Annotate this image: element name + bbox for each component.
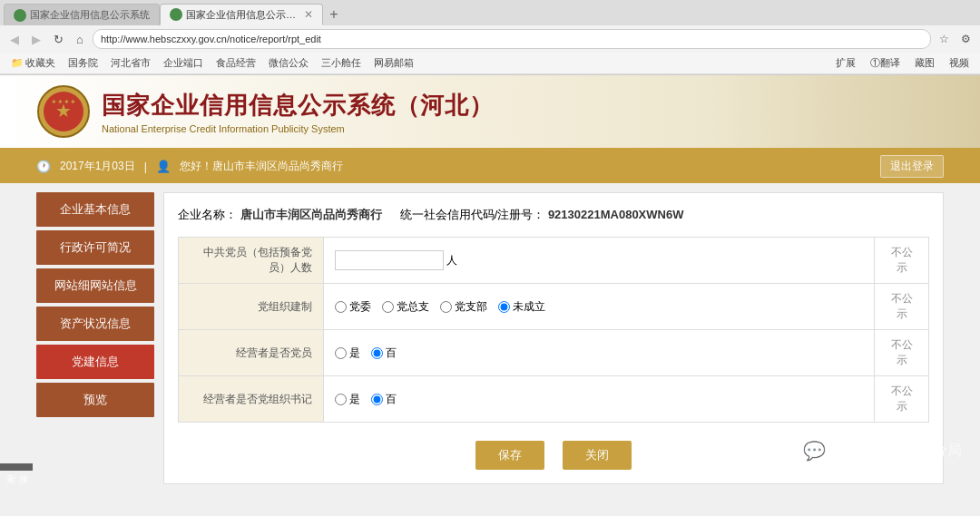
- address-bar: ◀ ▶ ↻ ⌂ ☆ ⚙: [0, 25, 980, 53]
- row2-radio-cell: 党委 党总支 党支部: [324, 284, 875, 330]
- bookmark-3[interactable]: 企业端口: [158, 55, 209, 71]
- extra-btn[interactable]: 视频: [944, 55, 975, 71]
- browser-icons: ☆ ⚙: [935, 30, 975, 48]
- radio-is-sec-no[interactable]: 百: [371, 392, 397, 407]
- row2-privacy: 不公示: [875, 284, 929, 330]
- clock-icon: 🕐: [36, 160, 51, 173]
- member-count-input[interactable]: [335, 250, 444, 270]
- bookmark-6[interactable]: 三小舱任: [316, 55, 367, 71]
- translate-btn[interactable]: ①翻译: [865, 55, 906, 71]
- radio-dangzhibu[interactable]: 党支部: [440, 299, 487, 315]
- radio-dangwei-label: 党委: [349, 299, 371, 315]
- back-button[interactable]: ◀: [5, 30, 24, 48]
- tab-2-close[interactable]: ✕: [304, 8, 313, 21]
- bookmark-2[interactable]: 河北省市: [105, 55, 156, 71]
- greeting-text: 您好！唐山市丰润区尚品尚秀商行: [180, 159, 343, 174]
- logout-button[interactable]: 退出登录: [880, 155, 944, 178]
- save-button[interactable]: 保存: [475, 441, 544, 470]
- bookmark-favorites[interactable]: 📁 收藏夹: [5, 55, 61, 71]
- tab-2[interactable]: 国家企业信用信息公示系统 ✕: [160, 4, 323, 25]
- header-text: 国家企业信用信息公示系统（河北） National Enterprise Cre…: [102, 90, 494, 134]
- close-button[interactable]: 关闭: [563, 441, 632, 470]
- home-button[interactable]: ⌂: [71, 30, 89, 48]
- separator: |: [144, 161, 147, 173]
- radio-is-sec-no-label: 百: [386, 392, 397, 407]
- tab-1-favicon: [14, 9, 26, 22]
- radio-is-sec-yes-input[interactable]: [335, 394, 347, 405]
- tab-2-title: 国家企业信用信息公示系统: [186, 8, 300, 22]
- radio-dangwei-input[interactable]: [335, 301, 347, 313]
- radio-is-member-yes[interactable]: 是: [335, 346, 360, 361]
- radio-is-sec-no-input[interactable]: [371, 394, 383, 405]
- company-name-field: 企业名称： 唐山市丰润区尚品尚秀商行: [178, 207, 382, 223]
- company-header: 企业名称： 唐山市丰润区尚品尚秀商行 统一社会信用代码/注册号： 9213022…: [178, 207, 929, 223]
- tab-1-title: 国家企业信用信息公示系统: [30, 8, 150, 22]
- side-search-decoration[interactable]: 搜索: [0, 463, 33, 471]
- url-bar[interactable]: [93, 29, 931, 49]
- radio-is-sec-yes[interactable]: 是: [335, 392, 360, 407]
- row1-label: 中共党员（包括预备党员）人数: [179, 238, 324, 284]
- radio-dangtongzhi-input[interactable]: [382, 301, 394, 313]
- date-text: 2017年1月03日: [60, 159, 135, 174]
- map-btn[interactable]: 藏图: [909, 55, 940, 71]
- tab-1[interactable]: 国家企业信用信息公示系统: [4, 4, 160, 25]
- radio-dangtongzhi[interactable]: 党总支: [382, 299, 429, 315]
- is-member-radio-group: 是 百: [335, 346, 863, 361]
- credit-code-field: 统一社会信用代码/注册号： 92130221MA080XWN6W: [400, 207, 684, 223]
- radio-dangzhibu-input[interactable]: [440, 301, 452, 313]
- settings-icon[interactable]: ⚙: [956, 30, 975, 48]
- bookmark-4[interactable]: 食品经营: [211, 55, 261, 71]
- new-tab-button[interactable]: +: [323, 4, 345, 25]
- site-title-en: National Enterprise Credit Information P…: [102, 123, 494, 134]
- bookmark-7[interactable]: 网易邮箱: [368, 55, 419, 71]
- sidebar-item-website[interactable]: 网站细网站信息: [36, 268, 154, 303]
- main-layout: 企业基本信息 行政许可简况 网站细网站信息 资产状况信息 党建信息 预览: [0, 183, 980, 493]
- sidebar: 企业基本信息 行政许可简况 网站细网站信息 资产状况信息 党建信息 预览: [36, 192, 154, 484]
- radio-dangwei[interactable]: 党委: [335, 299, 371, 315]
- company-label: 企业名称：: [178, 208, 237, 221]
- header-bg-decoration: [708, 75, 980, 148]
- star-icon[interactable]: ☆: [935, 30, 953, 48]
- row1-input-cell: 人: [324, 238, 875, 284]
- browser-chrome: 国家企业信用信息公示系统 国家企业信用信息公示系统 ✕ + ◀ ▶ ↻ ⌂ ☆ …: [0, 0, 980, 75]
- row4-privacy: 不公示: [875, 376, 929, 423]
- radio-is-member-yes-input[interactable]: [335, 347, 347, 359]
- site-header: ★ ✦✦✦✦ 国家企业信用信息公示系统（河北） National Enterpr…: [0, 75, 980, 150]
- site-title-zh: 国家企业信用信息公示系统（河北）: [102, 90, 494, 122]
- row3-radio-cell: 是 百: [324, 330, 875, 376]
- button-row: 保存 关闭: [178, 441, 929, 470]
- radio-dangtongzhi-label: 党总支: [397, 299, 429, 315]
- member-unit: 人: [446, 254, 457, 267]
- sidebar-item-admin-license[interactable]: 行政许可简况: [36, 230, 154, 265]
- bookmark-1[interactable]: 国务院: [63, 55, 103, 71]
- row4-radio-cell: 是 百: [324, 376, 875, 423]
- table-row: 党组织建制 党委 党总支: [179, 284, 929, 330]
- forward-button[interactable]: ▶: [27, 30, 45, 48]
- refresh-button[interactable]: ↻: [49, 30, 67, 48]
- radio-weichengli[interactable]: 未成立: [498, 299, 545, 315]
- national-emblem: ★ ✦✦✦✦: [36, 84, 91, 139]
- radio-is-member-no[interactable]: 百: [371, 346, 397, 361]
- table-row: 经营者是否党员 是 百: [179, 330, 929, 376]
- sidebar-item-basic-info[interactable]: 企业基本信息: [36, 192, 154, 227]
- sidebar-item-party[interactable]: 党建信息: [36, 345, 154, 379]
- tab-2-favicon: [170, 8, 182, 21]
- credit-code-value: 92130221MA080XWN6W: [548, 208, 684, 221]
- sidebar-item-assets[interactable]: 资产状况信息: [36, 307, 154, 341]
- radio-weichengli-label: 未成立: [513, 299, 545, 315]
- tab-bar: 国家企业信用信息公示系统 国家企业信用信息公示系统 ✕ +: [0, 0, 980, 25]
- radio-is-member-yes-label: 是: [349, 346, 360, 361]
- row3-privacy: 不公示: [875, 330, 929, 376]
- radio-is-member-no-input[interactable]: [371, 347, 383, 359]
- bookmark-5[interactable]: 微信公众: [263, 55, 314, 71]
- party-info-form: 中共党员（包括预备党员）人数 人 不公示 党组织建制: [178, 237, 929, 423]
- radio-is-member-no-label: 百: [386, 346, 397, 361]
- row1-privacy: 不公示: [875, 238, 929, 284]
- radio-weichengli-input[interactable]: [498, 301, 510, 313]
- row4-label: 经营者是否党组织书记: [179, 376, 324, 423]
- extensions-btn[interactable]: 扩展: [830, 55, 861, 71]
- radio-is-sec-yes-label: 是: [349, 392, 360, 407]
- credit-label: 统一社会信用代码/注册号：: [400, 208, 545, 221]
- page-content: ★ ✦✦✦✦ 国家企业信用信息公示系统（河北） National Enterpr…: [0, 75, 980, 516]
- sidebar-item-preview[interactable]: 预览: [36, 383, 154, 417]
